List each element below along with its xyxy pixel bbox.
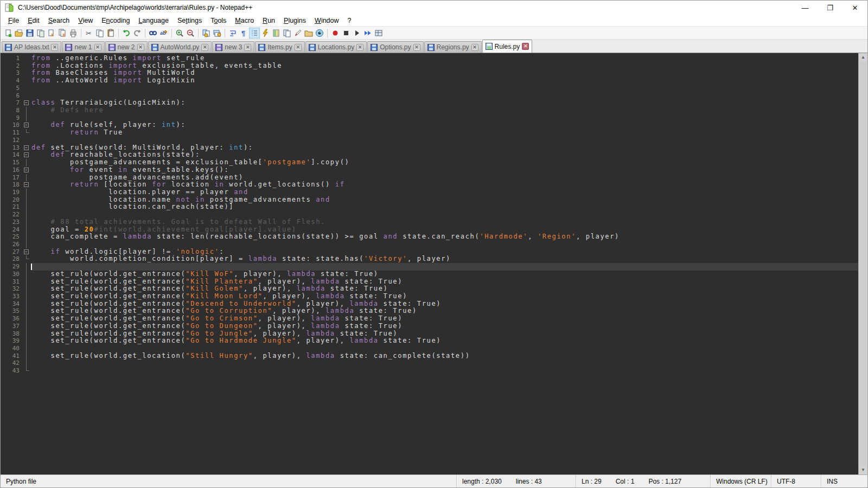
menu-window[interactable]: Window (310, 16, 343, 25)
tab-close-icon[interactable]: ✕ (244, 44, 251, 51)
code-text[interactable]: set_rule(world.get_entrance("Go to Crims… (31, 315, 858, 323)
code-line[interactable]: 36 set_rule(world.get_entrance("Go to Cr… (1, 315, 858, 323)
tab-ap-ideas-txt[interactable]: AP Ideas.txt✕ (2, 41, 61, 53)
code-line[interactable]: 15 postgame_advancements = exclusion_tab… (1, 159, 858, 166)
cut-icon[interactable]: ✂ (84, 28, 94, 38)
code-line[interactable]: 24 goal = 20#int(world.achievement_goal[… (1, 226, 858, 234)
monitoring-eye-icon[interactable] (314, 28, 325, 38)
code-line[interactable]: 18− return [location for location in wor… (1, 181, 858, 189)
replace-icon[interactable]: ab (158, 28, 169, 38)
document-switcher-icon[interactable] (282, 28, 292, 38)
menu-run[interactable]: Run (258, 16, 279, 25)
menu-settings[interactable]: Settings (173, 16, 206, 25)
status-insert-mode[interactable]: INS (821, 475, 867, 487)
code-line[interactable]: 25 can_complete = lambda state: len(reac… (1, 233, 858, 241)
code-line[interactable]: 38 set_rule(world.get_entrance("Go to Ju… (1, 330, 858, 338)
tab-close-icon[interactable]: ✕ (201, 44, 208, 51)
code-text[interactable] (31, 211, 858, 219)
code-text[interactable]: set_rule(world.get_entrance("Descend to … (31, 300, 858, 308)
copy-icon[interactable] (94, 28, 105, 38)
menu-?[interactable]: ? (343, 16, 356, 25)
code-line[interactable]: 30 set_rule(world.get_entrance("Kill WoF… (1, 271, 858, 278)
show-all-characters-icon[interactable]: ¶ (238, 28, 249, 38)
code-text[interactable] (31, 367, 858, 375)
menu-encoding[interactable]: Encoding (97, 16, 134, 25)
code-line[interactable]: 41 set_rule(world.get_location("Still Hu… (1, 352, 858, 360)
fold-collapse-icon[interactable]: − (22, 151, 31, 159)
code-text[interactable]: from ..generic.Rules import set_rule (31, 55, 858, 62)
code-line[interactable]: 11 return True (1, 129, 858, 137)
code-text[interactable]: for event in events_table.keys(): (31, 166, 858, 174)
code-text[interactable] (31, 137, 858, 144)
code-text[interactable]: set_rule(world.get_entrance("Kill Moon L… (31, 293, 858, 300)
show-indent-guide-icon[interactable] (249, 28, 260, 38)
tab-regions-py[interactable]: Regions.py✕ (424, 41, 482, 53)
folder-as-workspace-icon[interactable] (303, 28, 314, 38)
code-text[interactable]: postgame_advancements = exclusion_table[… (31, 159, 858, 166)
macro-record-icon[interactable] (330, 28, 341, 38)
tab-options-py[interactable]: Options.py✕ (367, 41, 423, 53)
paste-icon[interactable] (105, 28, 116, 38)
code-line[interactable]: 2from .Locations import exclusion_table,… (1, 62, 858, 70)
code-text[interactable]: set_rule(world.get_entrance("Kill Plante… (31, 278, 858, 286)
code-text[interactable]: location.can_reach(state)] (31, 203, 858, 211)
tab-new-3[interactable]: new 3✕ (212, 41, 254, 53)
code-line[interactable]: 12 (1, 137, 858, 144)
tab-rules-py[interactable]: Rules.py✕ (482, 40, 533, 53)
code-line[interactable]: 17 postgame_advancements.add(event) (1, 174, 858, 182)
code-line[interactable]: 40 (1, 345, 858, 352)
sync-scroll-vertical-icon[interactable] (201, 28, 212, 38)
code-text[interactable]: def rule(self, player: int): (31, 121, 858, 129)
tab-close-icon[interactable]: ✕ (137, 44, 144, 51)
scroll-up-arrow-icon[interactable]: ▲ (859, 53, 867, 62)
code-line[interactable]: 33 set_rule(world.get_entrance("Kill Moo… (1, 293, 858, 300)
code-text[interactable]: set_rule(world.get_entrance("Go to Dunge… (31, 323, 858, 330)
scrollbar-thumb[interactable] (859, 62, 867, 466)
menu-file[interactable]: File (4, 16, 23, 25)
code-text[interactable]: def reachable_locations(state): (31, 151, 858, 159)
fold-collapse-icon[interactable]: − (22, 248, 31, 256)
menu-language[interactable]: Language (134, 16, 173, 25)
code-text[interactable]: can_complete = lambda state: len(reachab… (31, 233, 858, 241)
menu-search[interactable]: Search (44, 16, 74, 25)
code-text[interactable]: postgame_advancements.add(event) (31, 174, 858, 182)
code-text[interactable]: set_rule(world.get_location("Still Hungr… (31, 352, 858, 360)
code-line[interactable]: 43 (1, 367, 858, 375)
code-line[interactable]: 9 (1, 114, 858, 122)
code-line[interactable]: 20 location.name not in postgame_advance… (1, 196, 858, 204)
find-icon[interactable] (148, 28, 158, 38)
open-folder-icon[interactable] (14, 28, 24, 38)
tab-new-1[interactable]: new 1✕ (62, 41, 104, 53)
new-file-icon[interactable] (3, 28, 14, 38)
code-text[interactable]: set_rule(world.get_entrance("Kill WoF", … (31, 271, 858, 278)
macro-save-icon[interactable] (373, 28, 384, 38)
sync-scroll-horizontal-icon[interactable] (212, 28, 222, 38)
tab-close-icon[interactable]: ✕ (356, 44, 363, 51)
style-marker-icon[interactable] (292, 28, 303, 38)
zoom-in-icon[interactable] (174, 28, 185, 38)
fold-collapse-icon[interactable]: − (22, 144, 31, 152)
code-line[interactable]: 37 set_rule(world.get_entrance("Go to Du… (1, 323, 858, 330)
menu-tools[interactable]: Tools (206, 16, 231, 25)
function-list-icon[interactable] (260, 28, 271, 38)
code-text[interactable]: # 88 total achievements. Goal is to defe… (31, 219, 858, 226)
word-wrap-icon[interactable] (227, 28, 238, 38)
fold-collapse-icon[interactable]: − (22, 121, 31, 129)
zoom-out-icon[interactable] (185, 28, 196, 38)
code-line[interactable]: 27− if world.logic[player] != 'nologic': (1, 248, 858, 256)
code-line[interactable]: 23 # 88 total achievements. Goal is to d… (1, 219, 858, 226)
code-text[interactable] (31, 85, 858, 92)
code-line[interactable]: 31 set_rule(world.get_entrance("Kill Pla… (1, 278, 858, 286)
code-line[interactable]: 32 set_rule(world.get_entrance("Kill Gol… (1, 285, 858, 293)
close-doc-icon[interactable]: x (46, 28, 57, 38)
close-all-icon[interactable]: x (57, 28, 68, 38)
code-line[interactable]: 5 (1, 85, 858, 92)
code-line[interactable]: 10− def rule(self, player: int): (1, 121, 858, 129)
code-line[interactable]: 39 set_rule(world.get_entrance("Go to Ha… (1, 337, 858, 345)
code-line[interactable]: 4from ..AutoWorld import LogicMixin (1, 77, 858, 85)
code-line[interactable]: 34 set_rule(world.get_entrance("Descend … (1, 300, 858, 308)
code-text[interactable] (31, 359, 858, 367)
code-text[interactable]: class TerrariaLogic(LogicMixin): (31, 99, 858, 107)
code-text[interactable] (31, 241, 858, 248)
restore-button[interactable]: ❐ (818, 1, 843, 15)
